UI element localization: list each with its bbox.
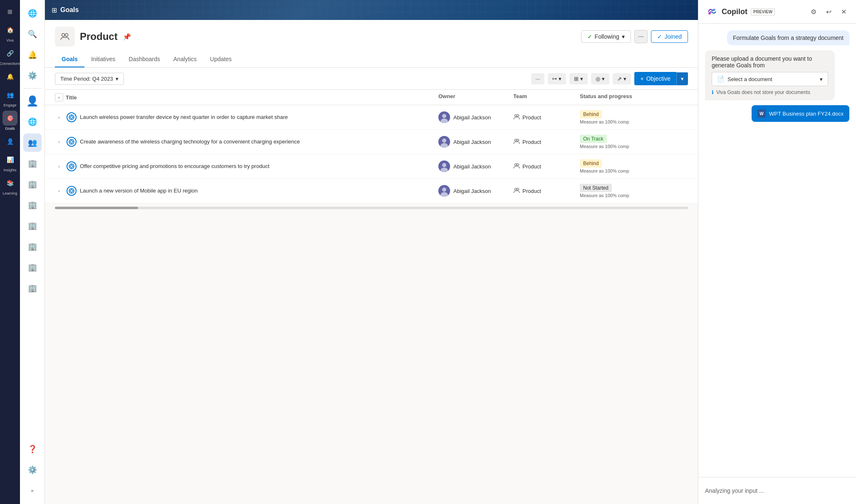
waffle-icon[interactable]: ⊞	[52, 6, 57, 14]
status-badge-3: Not Started	[580, 184, 612, 192]
doc-file-bubble: W WPT Business plan FY24.docx	[752, 105, 849, 122]
svg-point-26	[442, 188, 446, 192]
nav-search[interactable]: 🔍	[23, 25, 42, 43]
nav-globe[interactable]: 🌐	[23, 4, 42, 22]
sidebar-item-connections[interactable]: 🔗 Connections	[0, 46, 20, 66]
owner-cell-3: Abigail Jackson	[438, 185, 513, 197]
svg-point-7	[515, 114, 517, 116]
avatar-2	[438, 161, 450, 172]
toolbar: Time Period: Q4 2023 ▾ ··· ↦ ▾ ⊞ ▾ ◎ ▾ ⇗…	[45, 68, 698, 90]
sidebar-item-engage[interactable]: 👥 Engage	[2, 87, 17, 107]
horizontal-scrollbar[interactable]	[55, 207, 688, 209]
copilot-back-button[interactable]: ↩	[823, 6, 834, 17]
more-toolbar-button[interactable]: ···	[531, 73, 545, 84]
header-owner: Owner	[438, 93, 513, 101]
team-icon-3	[513, 187, 520, 195]
time-period-button[interactable]: Time Period: Q4 2023 ▾	[55, 73, 124, 85]
goals-table: › Launch wireless power transfer device …	[45, 105, 698, 203]
nav-org7[interactable]: 🏢	[23, 279, 42, 297]
status-badge-0: Behind	[580, 110, 602, 119]
connect-button[interactable]: ◎ ▾	[591, 73, 609, 84]
select-document-button[interactable]: 📄 Select a document ▾	[712, 72, 828, 86]
share-chevron-icon: ▾	[623, 76, 626, 82]
expand-all-button[interactable]: ›	[55, 93, 63, 101]
time-period-chevron-icon: ▾	[116, 76, 119, 82]
tab-initiatives[interactable]: Initiatives	[84, 52, 122, 67]
objective-caret-button[interactable]: ▾	[676, 72, 688, 85]
view-grid-button[interactable]: ⊞ ▾	[569, 73, 588, 84]
table-header: › Title Owner Team Status and progress	[45, 90, 698, 105]
info-text-area: ℹ Viva Goals does not store your documen…	[712, 89, 828, 95]
svg-point-31	[708, 12, 711, 15]
page-title-area: Product 📌	[55, 27, 131, 47]
svg-point-5	[442, 114, 446, 118]
page-header: Product 📌 ✓ Following ▾ ··· ✓ Joined	[45, 20, 698, 68]
owner-name-0: Abigail Jackson	[453, 114, 491, 121]
header-title: Title	[66, 94, 77, 101]
following-button[interactable]: ✓ Following ▾	[581, 30, 631, 43]
more-button[interactable]: ···	[634, 30, 648, 43]
nav-org1[interactable]: 🏢	[23, 154, 42, 173]
share-button[interactable]: ⇗ ▾	[613, 73, 631, 84]
app-title: Goals	[60, 6, 79, 14]
nav-globe2[interactable]: 🌐	[23, 113, 42, 131]
measure-text-3: Measure as 100% comp	[580, 193, 688, 198]
add-icon: +	[640, 75, 643, 82]
sidebar-item-viva[interactable]: 🏠 Viva	[2, 22, 17, 42]
team-name-0: Product	[522, 114, 541, 121]
nav-org6[interactable]: 🏢	[23, 258, 42, 277]
copilot-settings-button[interactable]: ⚙	[808, 6, 819, 17]
copilot-name: Copilot	[722, 7, 747, 16]
row-expand-button-0[interactable]: ›	[55, 113, 63, 121]
tab-dashboards[interactable]: Dashboards	[122, 52, 167, 67]
sidebar-item-bell[interactable]: 🔔	[2, 69, 17, 84]
header-actions: ✓ Following ▾ ··· ✓ Joined	[581, 30, 688, 43]
nav-avatar[interactable]: 👤	[23, 92, 42, 110]
joined-button[interactable]: ✓ Joined	[651, 30, 688, 43]
analyzing-input-area: Analyzing your input ...	[698, 477, 856, 504]
nav-settings[interactable]: ⚙️	[23, 67, 42, 85]
sidebar-item-learning[interactable]: 📚 Learning	[2, 175, 17, 195]
owner-name-1: Abigail Jackson	[453, 139, 491, 145]
team-icon-2	[513, 163, 520, 170]
nav-org5[interactable]: 🏢	[23, 237, 42, 256]
nav-help[interactable]: ❓	[23, 440, 42, 458]
sidebar-waffle[interactable]: ⊞	[2, 4, 17, 19]
view-list-button[interactable]: ↦ ▾	[548, 73, 566, 84]
sidebar-item-people[interactable]: 👤	[2, 134, 17, 149]
nav-bell[interactable]: 🔔	[23, 46, 42, 64]
svg-point-17	[70, 165, 73, 168]
add-objective-button[interactable]: + Objective	[634, 72, 676, 85]
row-expand-button-3[interactable]: ›	[55, 187, 63, 195]
nav-team-active[interactable]: 👥	[23, 133, 42, 152]
measure-text-1: Measure as 100% comp	[580, 144, 688, 149]
tab-analytics[interactable]: Analytics	[167, 52, 203, 67]
owner-cell-2: Abigail Jackson	[438, 161, 513, 172]
table-row: › Launch wireless power transfer device …	[45, 105, 698, 130]
row-expand-button-2[interactable]: ›	[55, 162, 63, 170]
header-banner: ⊞ Goals	[45, 0, 698, 20]
svg-point-12	[442, 138, 446, 143]
nav-org4[interactable]: 🏢	[23, 217, 42, 235]
nav-expand[interactable]: »	[23, 482, 42, 500]
bot-message-text: Please upload a document you want to gen…	[712, 55, 828, 69]
sidebar-item-insights[interactable]: 📊 Insights	[2, 152, 17, 172]
row-expand-button-1[interactable]: ›	[55, 138, 63, 146]
info-text: Viva Goals does not store your documents	[716, 89, 810, 95]
svg-point-15	[517, 139, 519, 141]
nav-org3[interactable]: 🏢	[23, 196, 42, 214]
tab-goals[interactable]: Goals	[55, 52, 84, 67]
bot-message-bubble: Please upload a document you want to gen…	[705, 50, 835, 100]
table-row: › Offer competitive pricing and promotio…	[45, 154, 698, 179]
svg-point-8	[517, 114, 519, 116]
owner-name-2: Abigail Jackson	[453, 163, 491, 170]
nav-org2[interactable]: 🏢	[23, 175, 42, 193]
page-header-top: Product 📌 ✓ Following ▾ ··· ✓ Joined	[55, 27, 688, 47]
measure-text-0: Measure as 100% comp	[580, 119, 688, 124]
tab-updates[interactable]: Updates	[203, 52, 238, 67]
nav-settings2[interactable]: ⚙️	[23, 461, 42, 479]
info-icon: ℹ	[712, 89, 714, 95]
copilot-close-button[interactable]: ✕	[838, 6, 849, 17]
following-chevron-icon: ▾	[622, 33, 625, 40]
sidebar-item-goals[interactable]: 🎯 Goals	[2, 111, 17, 131]
